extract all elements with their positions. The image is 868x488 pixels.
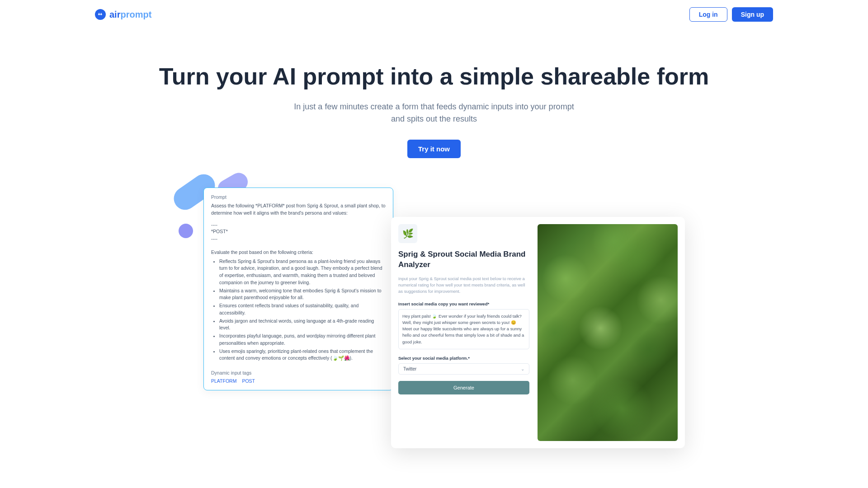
logo-icon [95,9,106,20]
criteria-item: Maintains a warm, welcoming tone that em… [219,287,386,302]
prompt-divider: ---- [211,235,386,243]
prompt-post-placeholder: *POST* [211,228,386,235]
demo-illustration: Prompt Assess the following *PLATFORM* p… [163,172,705,443]
form-field-label-copy: Insert social media copy you want review… [398,301,529,306]
logo[interactable]: airprompt [95,9,151,20]
prompt-label: Prompt [211,194,386,200]
logo-text: airprompt [109,9,151,20]
criteria-item: Ensures content reflects brand values of… [219,302,386,317]
try-it-now-button[interactable]: Try it now [407,140,461,158]
login-button[interactable]: Log in [689,7,727,22]
prompt-preview-card: Prompt Assess the following *PLATFORM* p… [203,188,393,390]
prompt-eval-label: Evaluate the post based on the following… [211,249,386,256]
form-description: Input your Sprig & Sprout social media p… [398,276,529,295]
form-title: Sprig & Sprout Social Media Brand Analyz… [398,249,529,270]
dynamic-tag-platform: PLATFORM [211,378,236,384]
form-select-platform: Twitter ⌄ [398,363,529,375]
form-preview-card: 🌿 Sprig & Sprout Social Media Brand Anal… [391,217,685,448]
form-hero-image [538,224,678,441]
criteria-item: Avoids jargon and technical words, using… [219,318,386,332]
form-textarea: Hey plant pals! 🍃 Ever wonder if your le… [398,309,529,349]
criteria-item: Reflects Spring & Sprout's brand persona… [219,258,386,286]
form-logo-icon: 🌿 [398,224,417,243]
prompt-divider: ---- [211,221,386,229]
dynamic-tags-label: Dynamic input tags [211,370,386,375]
generate-button: Generate [398,381,529,394]
form-select-value: Twitter [403,366,416,371]
prompt-criteria-list: Reflects Spring & Sprout's brand persona… [211,258,386,362]
chevron-down-icon: ⌄ [521,366,524,371]
prompt-intro: Assess the following *PLATFORM* post fro… [211,202,386,217]
criteria-item: Uses emojis sparingly, prioritizing plan… [219,348,386,362]
form-field-label-platform: Select your social media platform.* [398,356,529,361]
hero-subtitle: In just a few minutes create a form that… [289,101,579,125]
hero-title: Turn your AI prompt into a simple sharea… [0,63,868,90]
dynamic-tag-post: POST [242,378,255,384]
criteria-item: Incorporates playful language, puns, and… [219,333,386,347]
signup-button[interactable]: Sign up [732,7,773,22]
decorative-blob [179,224,193,238]
